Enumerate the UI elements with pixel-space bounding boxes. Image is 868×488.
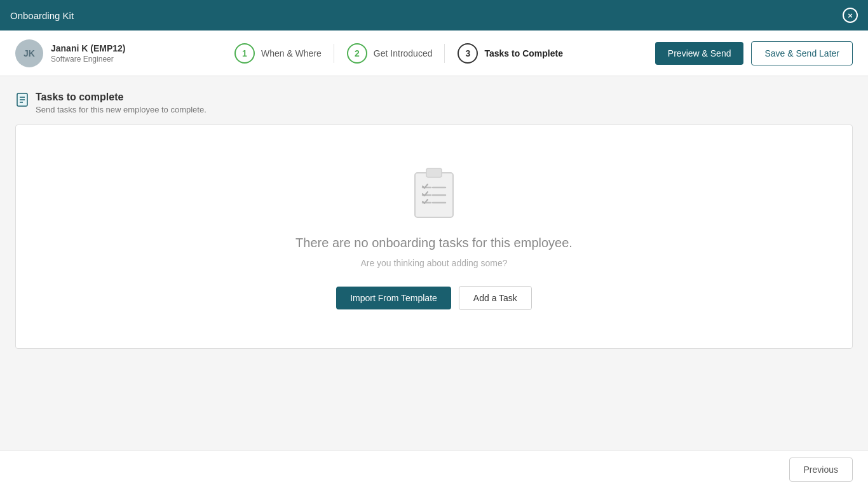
avatar: JK xyxy=(15,39,43,67)
empty-title: There are no onboarding tasks for this e… xyxy=(295,236,573,250)
empty-clipboard-icon xyxy=(405,163,463,220)
employee-role: Software Engineer xyxy=(51,55,125,64)
svg-rect-5 xyxy=(426,168,442,177)
close-button[interactable]: × xyxy=(843,8,858,23)
step-2-circle: 2 xyxy=(347,43,367,64)
section-subtitle: Send tasks for this new employee to comp… xyxy=(36,105,207,114)
step-1-circle: 1 xyxy=(234,43,255,64)
step-3-label: Tasks to Complete xyxy=(484,48,562,58)
step-3-circle: 3 xyxy=(458,43,478,64)
employee-info: JK Janani K (EMP12) Software Engineer xyxy=(15,39,142,67)
tasks-container: There are no onboarding tasks for this e… xyxy=(15,125,853,349)
section-title: Tasks to complete xyxy=(36,92,207,103)
preview-send-button[interactable]: Preview & Send xyxy=(655,42,744,65)
step-2[interactable]: 2 Get Introduced xyxy=(334,43,445,64)
top-bar-title: Onboarding Kit xyxy=(10,10,74,21)
step-1-label: When & Where xyxy=(261,48,322,58)
employee-name: Janani K (EMP12) xyxy=(51,43,125,53)
previous-button[interactable]: Previous xyxy=(789,458,853,482)
main-content: Tasks to complete Send tasks for this ne… xyxy=(0,76,868,450)
top-bar: Onboarding Kit × xyxy=(0,0,868,30)
add-task-button[interactable]: Add a Task xyxy=(459,286,532,310)
tasks-actions: Import From Template Add a Task xyxy=(336,286,532,310)
import-template-button[interactable]: Import From Template xyxy=(336,287,451,309)
footer: Previous xyxy=(0,450,868,488)
section-text: Tasks to complete Send tasks for this ne… xyxy=(36,92,207,114)
section-header: Tasks to complete Send tasks for this ne… xyxy=(15,92,853,114)
step-1[interactable]: 1 When & Where xyxy=(222,43,334,64)
step-2-label: Get Introduced xyxy=(374,48,433,58)
employee-details: Janani K (EMP12) Software Engineer xyxy=(51,43,125,64)
tasks-icon xyxy=(15,93,29,110)
wizard-actions: Preview & Send Save & Send Later xyxy=(655,41,853,65)
step-3[interactable]: 3 Tasks to Complete xyxy=(445,43,575,64)
wizard-bar: JK Janani K (EMP12) Software Engineer 1 … xyxy=(0,30,868,76)
empty-subtitle: Are you thinking about adding some? xyxy=(360,258,507,268)
steps-container: 1 When & Where 2 Get Introduced 3 Tasks … xyxy=(142,43,655,64)
save-later-button[interactable]: Save & Send Later xyxy=(751,41,853,65)
